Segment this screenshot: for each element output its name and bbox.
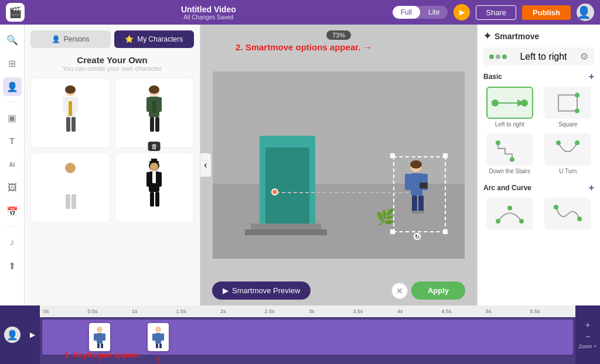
svg-rect-67 xyxy=(152,334,155,341)
ruler-15s: 1.5s xyxy=(175,308,220,314)
svg-point-54 xyxy=(496,219,500,224)
image-icon-btn[interactable]: 🖼 xyxy=(3,178,22,197)
motion-square[interactable]: Square xyxy=(542,87,595,128)
timeline-minus-icon[interactable]: − xyxy=(585,332,590,341)
svg-rect-11 xyxy=(146,97,150,112)
ruler-0s: 0s xyxy=(42,308,87,314)
ruler-05s: 0.5s xyxy=(87,308,131,314)
publish-button[interactable]: Publish xyxy=(522,5,571,20)
svg-rect-69 xyxy=(156,344,158,348)
rotation-handle: ↻ xyxy=(412,232,422,241)
svg-rect-5 xyxy=(66,117,70,132)
character-card-3[interactable] xyxy=(30,153,110,223)
selection-handle-bl xyxy=(390,229,395,234)
motion-down-stairs[interactable]: Down the Stairs xyxy=(483,133,536,174)
upload-icon-btn[interactable]: ⬆ xyxy=(3,256,22,275)
lite-mode-btn[interactable]: Lite xyxy=(420,6,448,19)
logo-icon: 🎬 xyxy=(9,6,22,19)
ruler-35s: 3.5s xyxy=(352,308,397,314)
character-card-4[interactable]: 🗑 xyxy=(115,153,195,223)
svg-rect-10 xyxy=(152,101,156,113)
character-icon-btn[interactable]: 👤 xyxy=(3,77,22,96)
canvas-area: 73% 2. Smartmove options appear. → 🌿 xyxy=(200,25,477,305)
logo[interactable]: 🎬 xyxy=(6,3,25,22)
svg-point-51 xyxy=(510,157,514,161)
tab-persons[interactable]: 👤 Persons xyxy=(30,30,111,48)
basic-section-title: Basic + xyxy=(483,71,594,82)
timeline-avatar-area: 👤 xyxy=(0,305,25,364)
ai-icon-btn[interactable]: AI xyxy=(3,155,22,174)
my-chars-icon: ⭐ xyxy=(125,35,134,43)
motion-u-turn[interactable]: U Turn xyxy=(542,133,595,174)
character-card-1[interactable] xyxy=(30,78,110,148)
cancel-apply-button[interactable]: ✕ xyxy=(391,283,408,299)
svg-point-7 xyxy=(65,85,76,94)
svg-rect-62 xyxy=(103,334,105,341)
timeline-controls: + − Zoom + xyxy=(575,305,600,364)
dot-2 xyxy=(496,54,500,59)
tab-my-characters[interactable]: ⭐ My Characters xyxy=(114,30,195,48)
motion-uturn-label: U Turn xyxy=(559,168,577,174)
scenes-icon-btn[interactable]: ▣ xyxy=(3,108,22,127)
svg-rect-60 xyxy=(97,333,103,344)
character-figure-3 xyxy=(56,159,85,217)
character-figure-1 xyxy=(56,84,85,142)
topbar: 🎬 Untitled Video All Changes Saved Full … xyxy=(0,0,600,25)
arc-add-icon[interactable]: + xyxy=(589,183,594,193)
annotation-arrow: → xyxy=(363,42,372,52)
mode-toggle: Full Lite xyxy=(393,6,448,19)
save-status: All Changes Saved xyxy=(30,14,387,20)
svg-point-44 xyxy=(492,99,499,107)
user-avatar[interactable]: 👤 xyxy=(577,4,594,21)
text-icon-btn[interactable]: T xyxy=(3,132,22,150)
basic-motions-grid: Left to right Square xyxy=(483,87,594,174)
apply-button[interactable]: Apply xyxy=(411,281,465,300)
play-button[interactable]: ▶ xyxy=(454,4,470,20)
panel-collapse-chevron[interactable]: ‹ xyxy=(200,153,211,177)
create-own-sublabel: You can create your own character xyxy=(30,65,194,72)
svg-point-17 xyxy=(65,163,76,173)
basic-add-icon[interactable]: + xyxy=(589,71,594,82)
canvas-buttons: ▶ Smartmove Preview ✕ Apply xyxy=(200,281,477,300)
smartmove-preview-button[interactable]: ▶ Smartmove Preview xyxy=(212,281,311,300)
motion-left-to-right[interactable]: Left to right xyxy=(483,87,536,128)
arc-label: Arc and Curve xyxy=(483,184,531,192)
full-mode-btn[interactable]: Full xyxy=(393,6,420,19)
calendar-icon-btn[interactable]: 📅 xyxy=(3,202,22,221)
delete-icon[interactable]: 🗑 xyxy=(148,142,161,151)
keyframe-1[interactable]: ↑ xyxy=(89,323,110,351)
basic-label: Basic xyxy=(483,73,502,81)
smartmove-icon: ✦ xyxy=(483,30,491,42)
timeline-expand-btn[interactable]: ▶ xyxy=(25,305,40,364)
progress-indicator: 73% xyxy=(326,30,351,40)
motion-arc-1[interactable] xyxy=(483,198,536,232)
motion-stairs-label: Down the Stairs xyxy=(489,168,530,174)
svg-rect-6 xyxy=(71,117,76,132)
ruler-1s: 1s xyxy=(131,308,175,314)
character-card-2[interactable] xyxy=(115,78,195,148)
motion-arc-2[interactable] xyxy=(542,198,595,232)
selection-handle-tl xyxy=(390,153,395,158)
svg-rect-26 xyxy=(152,171,156,183)
timeline-plus-icon[interactable]: + xyxy=(585,320,590,329)
svg-point-55 xyxy=(519,219,524,224)
create-own-label: Create Your Own xyxy=(30,55,194,65)
timeline-ruler: 0s 0.5s 1s 1.5s 2s 2.5s 3s 3.5s 4s 4.5s … xyxy=(40,305,575,317)
share-button[interactable]: Share xyxy=(476,5,516,20)
zoom-label: Zoom + xyxy=(579,344,597,349)
current-motion-selector[interactable]: Left to right ⚙ xyxy=(483,47,594,66)
keyframe-2[interactable]: ↑ xyxy=(148,323,169,351)
music-icon-btn[interactable]: ♪ xyxy=(3,233,22,252)
settings-icon[interactable]: ⚙ xyxy=(580,51,588,62)
svg-rect-12 xyxy=(158,97,162,112)
svg-point-46 xyxy=(521,99,528,107)
svg-point-58 xyxy=(577,217,582,221)
svg-rect-61 xyxy=(94,334,97,341)
ruler-45s: 4.5s xyxy=(441,308,485,314)
svg-point-15 xyxy=(149,85,159,94)
svg-rect-2 xyxy=(69,101,72,116)
layers-icon-btn[interactable]: ⊞ xyxy=(3,54,22,73)
preview-btn-label: Smartmove Preview xyxy=(232,286,300,295)
search-icon-btn[interactable]: 🔍 xyxy=(3,30,22,49)
svg-point-59 xyxy=(97,327,103,332)
